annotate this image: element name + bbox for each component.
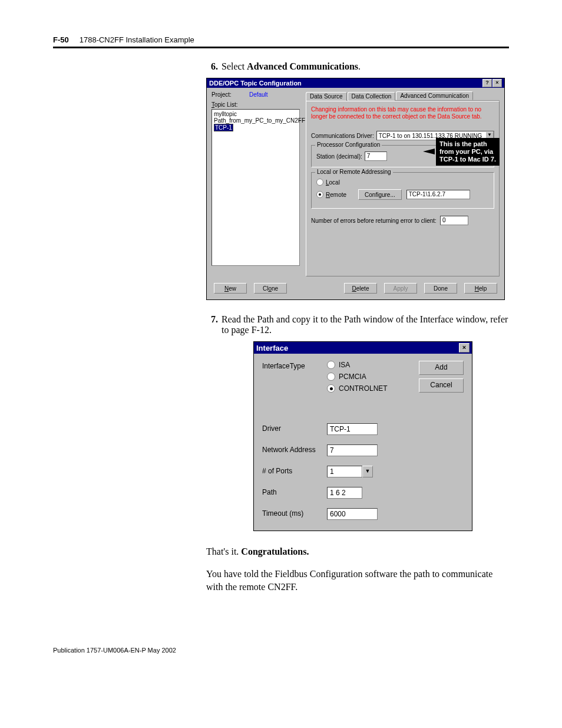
station-input[interactable]: 7 (365, 151, 387, 161)
dialog1-title: DDE/OPC Topic Configuration (209, 80, 302, 87)
radio-local-label: Local (326, 179, 340, 186)
done-button[interactable]: Done (424, 283, 457, 294)
dde-opc-dialog: DDE/OPC Topic Configuration ? × Project:… (206, 78, 505, 300)
callout-arrow-icon (423, 149, 435, 154)
driver-label: Driver (262, 423, 327, 433)
step6-number: 6. (206, 61, 218, 72)
errors-input[interactable]: 0 (440, 216, 468, 225)
page-number: F-50 (53, 35, 69, 44)
list-item[interactable]: mylltopic (214, 111, 297, 117)
network-address-input[interactable]: 7 (327, 444, 378, 456)
comm-driver-label: Communications Driver: (311, 133, 374, 139)
radio-remote[interactable] (316, 191, 323, 198)
delete-button[interactable]: Delete (344, 283, 377, 294)
publication-footer: Publication 1757-UM006A-EN-P May 2002 (53, 647, 509, 654)
warning-text: Changing information on this tab may cau… (311, 106, 494, 120)
add-button[interactable]: Add (419, 361, 464, 375)
processor-config-legend: Processor Configuration (315, 141, 382, 148)
interface-dialog: Interface × InterfaceType ISA PCMCIA (253, 341, 472, 531)
path-input[interactable]: 1 6 2 (327, 487, 362, 499)
addressing-legend: Local or Remote Addressing (315, 169, 393, 175)
radio-local[interactable] (316, 179, 323, 186)
close-icon[interactable]: × (492, 79, 502, 87)
radio-controlnet[interactable] (327, 384, 335, 393)
ports-label: # of Ports (262, 466, 327, 475)
ports-select[interactable]: 1 (327, 466, 362, 477)
callout-box: This is the path from your PC, via TCP-1… (436, 138, 500, 166)
radio-pcmcia[interactable] (327, 373, 335, 381)
step7-text: Read the Path and copy it to the Path wi… (222, 314, 509, 335)
timeout-label: Timeout (ms) (262, 508, 327, 518)
clone-button[interactable]: Clone (254, 283, 287, 294)
cancel-button[interactable]: Cancel (419, 378, 464, 393)
radio-isa[interactable] (327, 361, 335, 369)
errors-label: Number of errors before returning error … (311, 218, 437, 224)
interface-type-label: InterfaceType (262, 361, 327, 370)
path-label: Path (262, 487, 327, 496)
chevron-down-icon[interactable]: ▼ (362, 466, 373, 477)
close-icon[interactable]: × (459, 343, 470, 353)
closing-p1: That's it. Congratulations. (206, 545, 509, 558)
topic-listbox[interactable]: mylltopic Path_from_my_PC_to_my_CN2FF TC… (211, 109, 300, 266)
configure-button[interactable]: Configure... (358, 189, 402, 200)
project-label: Project: (211, 91, 232, 98)
remote-path-input[interactable]: TCP-1\1.6.2.7 (406, 190, 470, 199)
header-rule (53, 47, 509, 48)
closing-p2: You have told the Fieldbus Configuration… (206, 568, 509, 594)
step6-text: Select Advanced Communications. (222, 61, 361, 72)
tab-data-collection[interactable]: Data Collection (348, 92, 396, 101)
dialog2-title: Interface (256, 344, 288, 353)
station-label: Station (decimal): (316, 153, 362, 160)
network-address-label: Network Address (262, 444, 327, 454)
radio-pcmcia-label: PCMCIA (339, 373, 366, 381)
new-button[interactable]: New (214, 283, 247, 294)
apply-button[interactable]: Apply (384, 283, 417, 294)
list-item-selected[interactable]: TCP-1 (214, 124, 233, 131)
radio-isa-label: ISA (339, 361, 350, 369)
topic-list-label: Topic List: (211, 101, 300, 108)
header-title: 1788-CN2FF Installation Example (80, 35, 194, 44)
step7-number: 7. (206, 314, 218, 335)
help-icon[interactable]: ? (482, 79, 492, 87)
driver-input[interactable]: TCP-1 (327, 423, 378, 435)
list-item[interactable]: Path_from_my_PC_to_my_CN2FF (214, 117, 297, 124)
project-value: Default (249, 91, 268, 98)
radio-remote-label: Remote (326, 192, 346, 198)
radio-controlnet-label: CONTROLNET (339, 384, 388, 393)
help-button[interactable]: Help (464, 283, 497, 294)
timeout-input[interactable]: 6000 (327, 508, 378, 520)
tab-data-source[interactable]: Data Source (306, 92, 347, 101)
tab-advanced-communication[interactable]: Advanced Communication (396, 91, 473, 100)
